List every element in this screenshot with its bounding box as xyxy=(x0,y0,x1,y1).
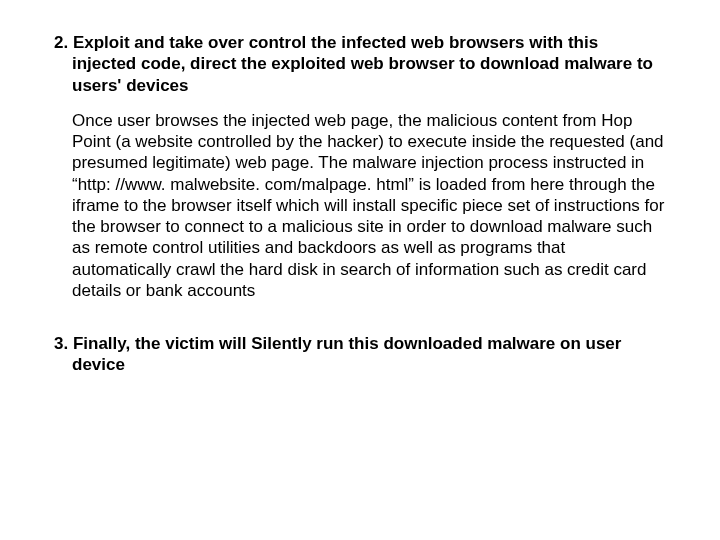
item-3-heading-text: Finally, the victim will Silently run th… xyxy=(72,334,621,374)
item-2-number: 2. xyxy=(54,33,68,52)
list-item-2: 2. Exploit and take over control the inf… xyxy=(54,32,666,301)
document-page: 2. Exploit and take over control the inf… xyxy=(0,0,720,376)
item-2-heading: 2. Exploit and take over control the inf… xyxy=(54,32,666,96)
list-item-3: 3. Finally, the victim will Silently run… xyxy=(54,333,666,376)
item-2-body: Once user browses the injected web page,… xyxy=(54,110,666,301)
item-3-number: 3. xyxy=(54,334,68,353)
item-3-heading: 3. Finally, the victim will Silently run… xyxy=(54,333,666,376)
item-2-heading-text: Exploit and take over control the infect… xyxy=(72,33,653,95)
